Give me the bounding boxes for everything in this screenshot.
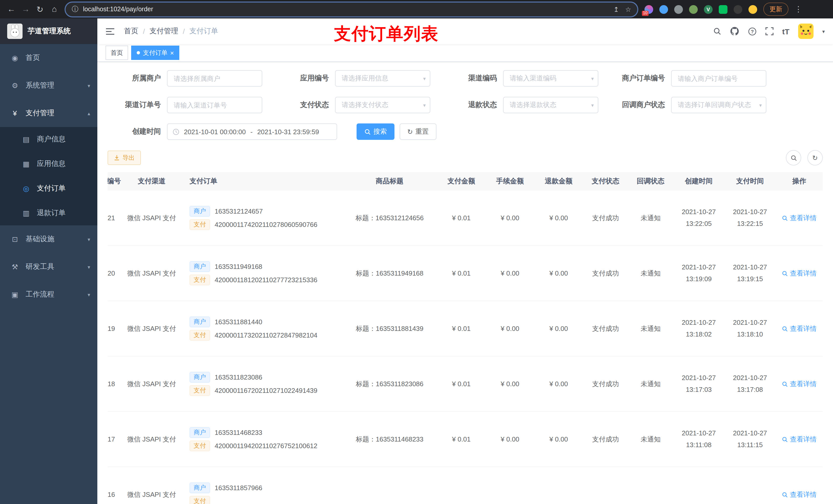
extension-icon-1[interactable]: 10	[644, 5, 653, 14]
view-detail-link[interactable]: 查看详情	[782, 324, 817, 333]
sidebar-item-infra[interactable]: ⊡ 基础设施 ▾	[0, 225, 97, 253]
browser-back-icon[interactable]: ←	[4, 2, 19, 16]
view-detail-link[interactable]: 查看详情	[782, 435, 817, 444]
avatar[interactable]	[798, 24, 813, 39]
cell-actions: 查看详情	[776, 379, 823, 388]
search-icon[interactable]	[713, 27, 721, 35]
browser-menu-icon[interactable]: ⋮	[791, 5, 805, 14]
github-icon[interactable]	[730, 27, 739, 36]
view-detail-link[interactable]: 查看详情	[782, 269, 817, 278]
cell-refund-amount: ¥ 0.00	[534, 380, 583, 388]
column-header-pay-order: 支付订单	[182, 177, 342, 186]
sidebar-item-app-info[interactable]: ▦ 应用信息	[0, 152, 97, 176]
site-info-icon[interactable]: ⓘ	[72, 5, 78, 14]
filter-label: 应用编号	[276, 74, 335, 83]
sidebar-item-pay-order[interactable]: ◎ 支付订单	[0, 176, 97, 201]
notify-status-select[interactable]: 请选择订单回调商户状态 ▾	[671, 97, 766, 113]
filter-app-no: 应用编号 请选择应用信息 ▾	[276, 70, 430, 87]
cell-pay-status: 支付成功	[583, 435, 628, 444]
merchant-input[interactable]	[167, 70, 262, 87]
time-line: 13:11:08	[676, 439, 721, 451]
extension-icon-6[interactable]	[719, 5, 728, 14]
refund-status-select[interactable]: 请选择退款状态 ▾	[503, 97, 598, 113]
cell-pay-order: 商户 1635311857966 支付	[182, 480, 342, 504]
date-line: 2021-10-27	[728, 262, 772, 273]
column-header-channel: 支付渠道	[121, 177, 182, 186]
browser-reload-icon[interactable]: ↻	[33, 2, 47, 16]
cell-pay-channel: 微信 JSAPI 支付	[121, 379, 182, 388]
export-button[interactable]: 导出	[108, 150, 141, 165]
close-icon[interactable]: ×	[170, 49, 174, 56]
filter-label: 退款状态	[444, 100, 503, 110]
cell-pay-order: 商户 1635311881440 支付 42000011732021102728…	[182, 314, 342, 343]
url-text[interactable]: localhost:1024/pay/order	[83, 6, 607, 13]
extension-icon-7[interactable]	[734, 5, 742, 14]
column-header-actions: 操作	[776, 177, 823, 186]
pay-badge: 支付	[190, 330, 210, 341]
share-icon[interactable]: ↥	[614, 5, 619, 13]
extension-icon-4[interactable]	[689, 5, 698, 14]
merchant-order-line: 商户 1635311881440	[186, 316, 339, 327]
filter-merchant: 所属商户	[108, 70, 262, 87]
merchant-badge: 商户	[190, 427, 210, 438]
channel-order-line: 支付 4200001173202110272847982104	[186, 330, 339, 341]
cell-id: 18	[108, 380, 121, 388]
sidebar-item-workflow[interactable]: ▣ 工作流程 ▾	[0, 281, 97, 308]
hamburger-icon[interactable]	[105, 27, 116, 35]
sidebar-item-system[interactable]: ⚙ 系统管理 ▾	[0, 72, 97, 99]
sidebar-item-payment[interactable]: ¥ 支付管理 ▴	[0, 99, 97, 127]
channel-order-no-input[interactable]	[167, 97, 262, 113]
browser-forward-icon[interactable]: →	[19, 2, 33, 16]
pay-status-select[interactable]: 请选择支付状态 ▾	[335, 97, 430, 113]
address-bar[interactable]: ⓘ localhost:1024/pay/order ↥ ☆	[66, 2, 637, 16]
merchant-order-no: 1635311881440	[215, 318, 262, 326]
reset-button[interactable]: ↻ 重置	[400, 123, 436, 140]
browser-update-button[interactable]: 更新	[763, 3, 788, 16]
tag-home[interactable]: 首页	[105, 46, 128, 60]
cell-fee-amount: ¥ 0.00	[486, 435, 534, 443]
create-time-range-picker[interactable]: 2021-10-01 00:00:00 - 2021-10-31 23:59:5…	[167, 123, 337, 140]
chevron-down-icon[interactable]: ▾	[822, 28, 825, 34]
browser-home-icon[interactable]: ⌂	[47, 2, 62, 16]
search-icon	[782, 491, 788, 498]
font-size-icon[interactable]: tT	[782, 27, 789, 35]
chevron-up-icon: ▴	[88, 111, 90, 116]
sidebar-item-label: 系统管理	[26, 81, 54, 90]
channel-transaction-no: 4200001194202110276752100612	[215, 442, 317, 450]
sidebar-item-merchant-info[interactable]: ▤ 商户信息	[0, 127, 97, 152]
sidebar-item-refund-order[interactable]: ▥ 退款订单	[0, 201, 97, 225]
view-detail-link[interactable]: 查看详情	[782, 379, 817, 388]
refresh-button[interactable]: ↻	[807, 150, 823, 165]
channel-code-select[interactable]: 请输入渠道编码 ▾	[503, 70, 598, 87]
view-detail-link[interactable]: 查看详情	[782, 213, 817, 222]
cell-actions: 查看详情	[776, 324, 823, 333]
vue-devtools-icon[interactable]: V	[704, 5, 713, 14]
table-row: 18 微信 JSAPI 支付 商户 1635311823086 支付	[108, 357, 823, 412]
fullscreen-icon[interactable]	[765, 27, 774, 35]
cell-pay-status: 支付成功	[583, 324, 628, 333]
app-no-select[interactable]: 请选择应用信息 ▾	[335, 70, 430, 87]
search-button[interactable]: 搜索	[357, 123, 395, 140]
filter-label: 所属商户	[108, 74, 167, 83]
bookmark-star-icon[interactable]: ☆	[625, 5, 631, 13]
extension-icon-3[interactable]	[674, 5, 683, 14]
download-icon	[114, 155, 120, 161]
breadcrumb-item[interactable]: 支付管理	[149, 27, 178, 36]
logo-link[interactable]: 芋道管理系统	[0, 19, 97, 44]
extension-icon-8[interactable]	[748, 5, 757, 14]
dashboard-icon: ◉	[10, 54, 20, 62]
view-detail-link[interactable]: 查看详情	[782, 490, 817, 499]
cell-pay-time: 2021-10-27 13:19:15	[724, 262, 776, 285]
extension-icon-2[interactable]	[659, 5, 668, 14]
chevron-down-icon: ▾	[423, 75, 426, 81]
toggle-search-button[interactable]	[786, 150, 801, 165]
cell-notify-status: 未通知	[628, 213, 673, 222]
sidebar-item-devtools[interactable]: ⚒ 研发工具 ▾	[0, 253, 97, 281]
date-line: 2021-10-27	[728, 428, 772, 439]
breadcrumb-item[interactable]: 首页	[124, 27, 138, 36]
cell-notify-status: 未通知	[628, 379, 673, 388]
tag-pay-order[interactable]: 支付订单 ×	[131, 46, 179, 60]
help-icon[interactable]: ?	[748, 27, 757, 35]
merchant-order-no-input[interactable]	[671, 70, 766, 87]
sidebar-item-home[interactable]: ◉ 首页	[0, 44, 97, 72]
